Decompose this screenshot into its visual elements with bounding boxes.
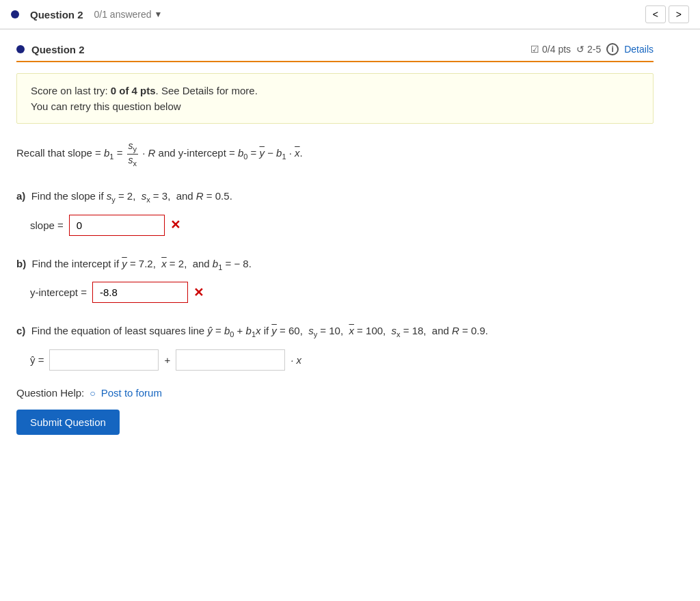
part-c-section: c) Find the equation of least squares li… bbox=[16, 322, 654, 371]
part-a-error-icon[interactable]: ✕ bbox=[170, 217, 180, 232]
part-a-input[interactable] bbox=[69, 215, 165, 236]
part-c-eq-label: ŷ = bbox=[30, 354, 44, 366]
forum-icon: ○ bbox=[90, 388, 95, 399]
recall-section: Recall that slope = b1 = sysx · R and y-… bbox=[16, 140, 654, 168]
top-bar: Question 2 0/1 answered ▼ < > bbox=[0, 0, 700, 29]
question-title: Question 2 bbox=[31, 44, 85, 55]
question-header-right: ☑ 0/4 pts ↺ 2-5 i Details bbox=[530, 43, 654, 55]
question-header: Question 2 ☑ 0/4 pts ↺ 2-5 i Details bbox=[16, 43, 654, 62]
question-dot-main bbox=[16, 45, 25, 53]
question-help: Question Help: ○ Post to forum bbox=[16, 387, 654, 399]
pts-badge: ☑ 0/4 pts bbox=[530, 44, 571, 55]
part-c-plus: + bbox=[164, 354, 170, 366]
nav-forward-button[interactable]: > bbox=[669, 5, 689, 23]
info-icon[interactable]: i bbox=[606, 43, 619, 55]
nav-back-button[interactable]: < bbox=[645, 5, 666, 23]
score-line1: Score on last try: 0 of 4 pts. See Detai… bbox=[31, 85, 639, 96]
main-content: Question 2 ☑ 0/4 pts ↺ 2-5 i Details Sco… bbox=[0, 29, 670, 449]
dropdown-arrow-icon[interactable]: ▼ bbox=[154, 10, 163, 19]
topbar-status: 0/1 answered ▼ bbox=[94, 9, 163, 20]
score-line2: You can retry this question below bbox=[31, 101, 639, 112]
score-box: Score on last try: 0 of 4 pts. See Detai… bbox=[16, 73, 654, 124]
part-c-input2[interactable] bbox=[176, 349, 285, 371]
part-b-input-label: y-intercept = bbox=[30, 286, 87, 298]
part-b-section: b) Find the intercept if y = 7.2, x = 2,… bbox=[16, 255, 654, 304]
help-label: Question Help: bbox=[16, 387, 84, 399]
part-a-input-group: slope = ✕ bbox=[30, 215, 654, 236]
submit-question-button[interactable]: Submit Question bbox=[16, 410, 120, 435]
part-b-text: b) Find the intercept if y = 7.2, x = 2,… bbox=[16, 255, 654, 274]
part-b-error-icon[interactable]: ✕ bbox=[193, 285, 204, 300]
nav-buttons: < > bbox=[645, 5, 689, 23]
recall-text: Recall that slope = b1 = sysx · R and y-… bbox=[16, 140, 654, 168]
part-b-input-group: y-intercept = ✕ bbox=[30, 282, 654, 303]
question-dot bbox=[11, 10, 19, 18]
part-c-input1[interactable] bbox=[49, 349, 159, 371]
topbar-question-title: Question 2 bbox=[30, 9, 83, 21]
part-a-section: a) Find the slope if sy = 2, sx = 3, and… bbox=[16, 187, 654, 236]
part-c-text: c) Find the equation of least squares li… bbox=[16, 322, 654, 341]
details-link[interactable]: Details bbox=[624, 44, 654, 55]
part-a-text: a) Find the slope if sy = 2, sx = 3, and… bbox=[16, 187, 654, 206]
post-to-forum-link[interactable]: Post to forum bbox=[101, 387, 162, 399]
part-b-input[interactable] bbox=[92, 282, 188, 303]
part-a-input-label: slope = bbox=[30, 219, 64, 231]
part-c-times-x: · x bbox=[291, 354, 301, 366]
part-c-input-group: ŷ = + · x bbox=[30, 349, 654, 371]
retry-icon: ↺ 2-5 bbox=[576, 44, 601, 55]
question-header-left: Question 2 bbox=[16, 44, 85, 55]
